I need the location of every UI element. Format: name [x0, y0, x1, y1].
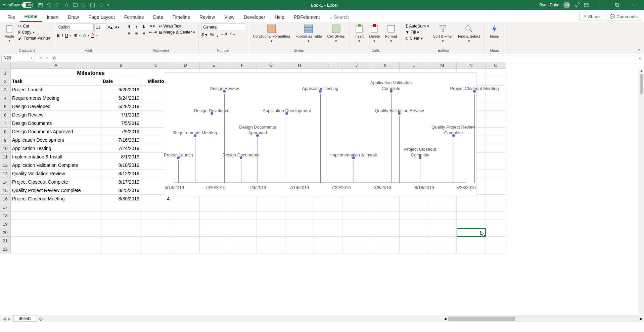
- tab-review[interactable]: Review: [195, 12, 220, 22]
- col-header-B[interactable]: B: [101, 62, 141, 69]
- cell-F21[interactable]: [228, 237, 257, 245]
- wrap-text-button[interactable]: ↩Wrap Text: [158, 23, 196, 29]
- cell-C19[interactable]: [141, 220, 171, 228]
- worksheet-grid[interactable]: ABCDEFGHIJKLMNO 123456789101112131415161…: [0, 62, 644, 315]
- col-header-N[interactable]: N: [457, 62, 486, 69]
- timeline-chart[interactable]: 6/19/20196/29/20197/9/20197/19/20197/29/…: [164, 73, 476, 196]
- cell-O17[interactable]: [486, 203, 506, 211]
- cell-A10[interactable]: Application Testing: [11, 144, 101, 153]
- cell-L17[interactable]: [400, 203, 428, 211]
- row-header-9[interactable]: 9: [0, 136, 11, 144]
- row-header-4[interactable]: 4: [0, 94, 11, 102]
- col-header-E[interactable]: E: [200, 62, 228, 69]
- cell-J21[interactable]: [342, 237, 371, 245]
- increase-indent-button[interactable]: ⇥: [153, 30, 157, 35]
- qat-icon-2[interactable]: [73, 2, 78, 8]
- cell-O4[interactable]: [486, 94, 506, 102]
- cell-O19[interactable]: [486, 220, 506, 228]
- cell-N22[interactable]: [457, 245, 486, 253]
- tab-insert[interactable]: Insert: [42, 12, 63, 22]
- tab-draw[interactable]: Draw: [63, 12, 84, 22]
- col-header-H[interactable]: H: [285, 62, 314, 69]
- cell-B11[interactable]: 8/1/2019: [101, 153, 141, 161]
- insert-cells-button[interactable]: Insert ▾: [353, 23, 366, 44]
- align-left-button[interactable]: ≡: [126, 30, 133, 36]
- cell-styles-button[interactable]: Cell Styles ▾: [325, 23, 347, 44]
- cell-A16[interactable]: Project Closeout Meeting: [11, 195, 101, 203]
- share-button[interactable]: ↗Share: [579, 13, 603, 20]
- tab-home[interactable]: Home: [20, 12, 42, 22]
- cell-B10[interactable]: 7/24/2019: [101, 144, 141, 153]
- align-bottom-button[interactable]: ⬇: [141, 23, 147, 30]
- row-header-7[interactable]: 7: [0, 119, 11, 128]
- comma-button[interactable]: ,: [217, 32, 218, 37]
- row-header-15[interactable]: 15: [0, 186, 11, 195]
- cell-G18[interactable]: [257, 211, 285, 220]
- col-header-M[interactable]: M: [428, 62, 457, 69]
- cell-B22[interactable]: [101, 245, 141, 253]
- cell-O21[interactable]: [486, 237, 506, 245]
- accounting-button[interactable]: $ ▾: [201, 32, 208, 37]
- col-header-J[interactable]: J: [342, 62, 371, 69]
- tab-formulas[interactable]: Formulas: [120, 12, 148, 22]
- paste-button[interactable]: Paste ▾: [3, 23, 16, 43]
- cell-B16[interactable]: 8/30/2019: [101, 195, 141, 203]
- cell-O14[interactable]: [486, 178, 506, 186]
- sheet-nav-prev-icon[interactable]: ◀: [3, 317, 6, 321]
- sheet-tab-active[interactable]: Sheet1: [13, 315, 36, 322]
- cell-B4[interactable]: 6/24/2019: [101, 94, 141, 102]
- cell-K21[interactable]: [371, 237, 400, 245]
- cell-K19[interactable]: [371, 220, 400, 228]
- cell-F20[interactable]: [228, 228, 257, 237]
- tab-pdfelement[interactable]: PDFelement: [289, 12, 325, 22]
- select-all-corner[interactable]: [0, 62, 11, 69]
- format-as-table-button[interactable]: Format as Table ▾: [293, 23, 324, 44]
- tab-file[interactable]: File: [3, 12, 20, 22]
- cell-O8[interactable]: [486, 128, 506, 136]
- border-button[interactable]: ⊞: [74, 33, 77, 38]
- cell-O5[interactable]: [486, 102, 506, 111]
- cell-D22[interactable]: [171, 245, 200, 253]
- cancel-formula-button[interactable]: ✕: [39, 55, 43, 60]
- fill-color-button[interactable]: ◇: [83, 33, 86, 38]
- cell-M21[interactable]: [428, 237, 457, 245]
- cell-C21[interactable]: [141, 237, 171, 245]
- col-header-K[interactable]: K: [371, 62, 400, 69]
- ideas-button[interactable]: Ideas: [488, 23, 501, 39]
- cell-O9[interactable]: [486, 136, 506, 144]
- font-name-select[interactable]: [57, 23, 94, 31]
- cell-K17[interactable]: [371, 203, 400, 211]
- cell-I18[interactable]: [314, 211, 342, 220]
- cell-A6[interactable]: Design Review: [11, 111, 101, 119]
- col-header-O[interactable]: O: [486, 62, 506, 69]
- close-button[interactable]: [628, 0, 641, 10]
- fill-button[interactable]: ▼Fill ▾: [405, 30, 430, 35]
- collapse-ribbon-button[interactable]: ︿: [638, 46, 642, 52]
- cell-E20[interactable]: [200, 228, 228, 237]
- align-center-button[interactable]: ≡: [133, 30, 140, 36]
- cell-O16[interactable]: [486, 195, 506, 203]
- row-header-8[interactable]: 8: [0, 128, 11, 136]
- percent-button[interactable]: %: [210, 32, 214, 37]
- align-middle-button[interactable]: ↕: [133, 23, 140, 30]
- shrink-font-button[interactable]: A▾: [114, 25, 120, 30]
- col-header-L[interactable]: L: [400, 62, 428, 69]
- fx-icon[interactable]: fx: [52, 56, 57, 60]
- autosum-button[interactable]: ΣAutoSum ▾: [405, 23, 430, 29]
- cell-B2[interactable]: Date: [101, 77, 141, 86]
- align-top-button[interactable]: ⬆: [126, 23, 133, 30]
- cell-G19[interactable]: [257, 220, 285, 228]
- cell-A7[interactable]: Design Documents: [11, 119, 101, 128]
- cell-H17[interactable]: [285, 203, 314, 211]
- sheet-nav[interactable]: ◀▶: [0, 317, 13, 321]
- cell-O7[interactable]: [486, 119, 506, 128]
- cell-B21[interactable]: [101, 237, 141, 245]
- ribbon-mode-icon[interactable]: [584, 2, 589, 8]
- cell-M22[interactable]: [428, 245, 457, 253]
- tab-developer[interactable]: Developer: [239, 12, 270, 22]
- cell-A2[interactable]: Task: [11, 77, 101, 86]
- format-painter-button[interactable]: 🖌Format Painter: [17, 36, 51, 41]
- cell-L22[interactable]: [400, 245, 428, 253]
- row-header-6[interactable]: 6: [0, 111, 11, 119]
- scroll-left-button[interactable]: ◀: [443, 317, 448, 321]
